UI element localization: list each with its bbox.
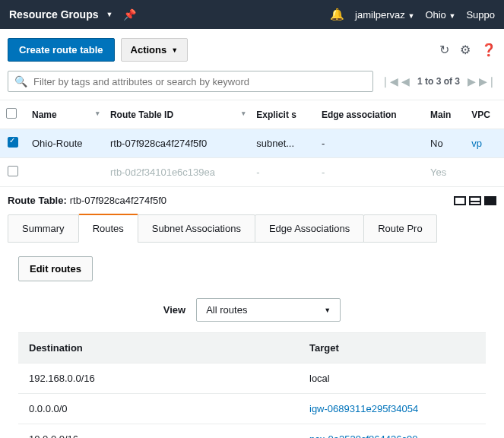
tab-routes[interactable]: Routes: [78, 214, 138, 243]
chevron-down-icon: ▼: [324, 306, 331, 314]
col-main[interactable]: Main: [424, 100, 465, 129]
search-box[interactable]: 🔍: [8, 71, 373, 92]
page-first-icon[interactable]: ❘◀: [381, 75, 398, 87]
table-row[interactable]: rtb-0d2f34101e6c139ea - - Yes: [0, 158, 504, 187]
top-navbar: Resource Groups ▼ 📌 🔔 jamilpervaz ▼ Ohio…: [0, 0, 504, 29]
table-row[interactable]: Ohio-Route rtb-07f928ca4f274f5f0 subnet.…: [0, 129, 504, 158]
detail-tabs: Summary Routes Subnet Associations Edge …: [0, 214, 504, 243]
select-all-checkbox[interactable]: [6, 108, 17, 119]
detail-id: rtb-07f928ca4f274f5f0: [70, 195, 166, 206]
col-edge[interactable]: Edge association: [315, 100, 424, 129]
tab-summary[interactable]: Summary: [8, 214, 79, 243]
resource-groups-menu[interactable]: Resource Groups: [9, 8, 98, 21]
detail-header: Route Table: rtb-07f928ca4f274f5f0: [0, 187, 504, 214]
pager-text: 1 to 3 of 3: [417, 76, 460, 87]
cell-rtid: rtb-0d2f34101e6c139ea: [104, 158, 250, 187]
cell-main: Yes: [424, 158, 465, 187]
col-rtid[interactable]: Route Table ID▾: [104, 100, 250, 129]
cell-destination: 192.168.0.0/16: [18, 363, 299, 394]
help-icon[interactable]: ❓: [481, 43, 496, 57]
support-menu[interactable]: Suppo: [466, 9, 495, 21]
create-route-table-button[interactable]: Create route table: [8, 38, 115, 62]
view-routes-select[interactable]: All routes ▼: [196, 298, 341, 322]
action-toolbar: Create route table Actions▼ ↻ ⚙ ❓: [0, 29, 504, 68]
cell-explicit: -: [250, 158, 315, 187]
cell-destination: 10.0.0.0/16: [18, 424, 299, 439]
pin-icon[interactable]: 📌: [123, 8, 136, 21]
cell-name: [26, 158, 104, 187]
route-row: 10.0.0.0/16 pcx-0a3539cf864436c90: [18, 424, 486, 439]
cell-explicit: subnet...: [250, 129, 315, 158]
detail-label: Route Table:: [8, 195, 67, 206]
tab-subnet-associations[interactable]: Subnet Associations: [138, 214, 255, 243]
cell-destination: 0.0.0.0/0: [18, 394, 299, 424]
col-destination: Destination: [18, 333, 299, 363]
routes-panel: Edit routes View All routes ▼ Destinatio…: [0, 243, 504, 438]
row-checkbox[interactable]: [8, 166, 18, 176]
chevron-down-icon: ▼: [171, 46, 178, 54]
refresh-icon[interactable]: ↻: [439, 43, 449, 57]
layout-split-icon[interactable]: [469, 196, 481, 205]
cell-edge: -: [315, 158, 424, 187]
actions-button[interactable]: Actions▼: [121, 38, 189, 62]
col-vpc[interactable]: VPC: [465, 100, 504, 129]
cell-target: local: [299, 363, 486, 394]
routes-table: Destination Target 192.168.0.0/16 local …: [18, 332, 486, 438]
chevron-down-icon: ▼: [106, 11, 113, 18]
tab-route-propagation[interactable]: Route Pro: [363, 214, 437, 243]
view-label: View: [163, 304, 185, 316]
user-menu[interactable]: jamilpervaz ▼: [355, 9, 414, 21]
cell-vpc: [465, 158, 504, 187]
page-prev-icon[interactable]: ◀: [401, 75, 410, 87]
cell-vpc: vp: [465, 129, 504, 158]
region-menu[interactable]: Ohio ▼: [425, 9, 455, 21]
cell-edge: -: [315, 129, 424, 158]
page-next-icon[interactable]: ▶: [468, 75, 476, 87]
route-row: 0.0.0.0/0 igw-0689311e295f34054: [18, 394, 486, 424]
layout-full-icon[interactable]: [484, 196, 496, 205]
tab-edge-associations[interactable]: Edge Associations: [255, 214, 364, 243]
route-row: 192.168.0.0/16 local: [18, 363, 486, 394]
layout-bottom-icon[interactable]: [454, 196, 466, 205]
edit-routes-button[interactable]: Edit routes: [18, 256, 93, 281]
col-target: Target: [299, 333, 486, 363]
cell-target-link[interactable]: pcx-0a3539cf864436c90: [299, 424, 486, 439]
search-input[interactable]: [33, 76, 366, 87]
route-tables-table: Name▾ Route Table ID▾ Explicit s Edge as…: [0, 100, 504, 187]
page-last-icon[interactable]: ▶❘: [479, 75, 496, 87]
col-explicit[interactable]: Explicit s: [250, 100, 315, 129]
pager: ❘◀ ◀ 1 to 3 of 3 ▶ ▶❘: [381, 75, 496, 87]
gear-icon[interactable]: ⚙: [460, 43, 471, 57]
col-name[interactable]: Name▾: [26, 100, 104, 129]
cell-name: Ohio-Route: [26, 129, 104, 158]
row-checkbox[interactable]: [8, 137, 18, 148]
cell-target-link[interactable]: igw-0689311e295f34054: [299, 394, 486, 424]
filter-row: 🔍 ❘◀ ◀ 1 to 3 of 3 ▶ ▶❘: [0, 68, 504, 100]
cell-rtid: rtb-07f928ca4f274f5f0: [104, 129, 250, 158]
search-icon: 🔍: [14, 75, 27, 87]
bell-icon[interactable]: 🔔: [330, 8, 344, 21]
cell-main: No: [424, 129, 465, 158]
